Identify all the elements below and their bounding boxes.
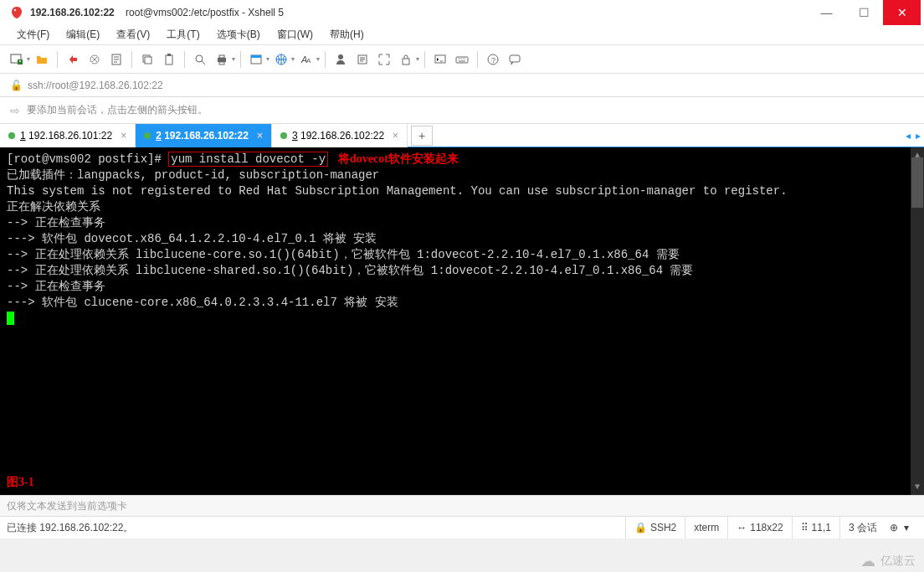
- terminal-line: ---> 软件包 clucene-core.x86_64.0.2.3.3.4-1…: [7, 295, 917, 311]
- address-url[interactable]: ssh://root@192.168.26.102:22: [28, 80, 163, 91]
- script-button[interactable]: [352, 49, 372, 70]
- separator: [240, 51, 241, 68]
- terminal-line: ---> 软件包 dovecot.x86_64.1.2.2.10-4.el7_0…: [7, 231, 917, 247]
- maximize-button[interactable]: ☐: [845, 0, 883, 25]
- hintbar: ⇨ 要添加当前会话，点击左侧的箭头按钮。: [0, 97, 924, 124]
- tab-prev-icon[interactable]: ◂: [906, 130, 911, 142]
- watermark: ☁ 亿速云: [860, 552, 916, 570]
- open-button[interactable]: [32, 49, 52, 70]
- status-sessions: 3 会话 ⊕ ▾: [839, 517, 917, 539]
- highlighted-command: yum install dovecot -y: [168, 152, 328, 167]
- dropdown-icon[interactable]: ▾: [416, 55, 419, 63]
- app-icon: [10, 6, 23, 19]
- window-title: 192.168.26.102:22 root@vms002:/etc/postf…: [30, 7, 808, 18]
- figure-label: 图3-1: [7, 474, 34, 490]
- svg-text:?: ?: [491, 56, 495, 64]
- tab-3[interactable]: 3 192.168.26.102:22 ×: [272, 124, 408, 147]
- arrow-icon[interactable]: ⇨: [10, 104, 20, 117]
- terminal-line: --> 正在处理依赖关系 libclucene-shared.so.1()(64…: [7, 263, 917, 279]
- cloud-icon: ☁: [860, 552, 875, 570]
- tabbar: 1 192.168.26.101:22 × 2 192.168.26.102:2…: [0, 124, 924, 147]
- scroll-thumb[interactable]: [911, 157, 923, 208]
- titlebar: 192.168.26.102:22 root@vms002:/etc/postf…: [0, 0, 924, 25]
- terminal-line: --> 正在检查事务: [7, 279, 917, 295]
- find-button[interactable]: [190, 49, 210, 70]
- menu-help[interactable]: 帮助(H): [323, 26, 371, 44]
- sessions-plus-icon[interactable]: ⊕: [890, 522, 898, 533]
- dropdown-icon[interactable]: ▾: [291, 55, 295, 63]
- print-button[interactable]: [212, 49, 232, 70]
- svg-text:A: A: [306, 57, 311, 64]
- properties-button[interactable]: [106, 49, 126, 70]
- send-placeholder: 仅将文本发送到当前选项卡: [7, 499, 127, 513]
- hint-text: 要添加当前会话，点击左侧的箭头按钮。: [27, 103, 208, 117]
- encoding-button[interactable]: [271, 49, 291, 70]
- toolbar: ▾ ▾ ▾ ▾ AA▾ ▾ ?: [0, 45, 924, 74]
- menu-file[interactable]: 文件(F): [10, 26, 56, 44]
- separator: [57, 51, 58, 68]
- terminal-scrollbar[interactable]: ▲ ▼: [911, 147, 924, 495]
- resize-icon: ↔: [737, 522, 747, 533]
- tab-label: 1 192.168.26.101:22: [20, 130, 112, 142]
- tab-2[interactable]: 2 192.168.26.102:22 ×: [136, 124, 272, 147]
- statusbar: 已连接 192.168.26.102:22。 🔒SSH2 xterm ↔118x…: [0, 517, 924, 539]
- separator: [325, 51, 326, 68]
- svg-rect-14: [251, 55, 261, 58]
- svg-point-0: [14, 9, 16, 11]
- dropdown-icon[interactable]: ▾: [316, 55, 320, 63]
- menubar: 文件(F) 编辑(E) 查看(V) 工具(T) 选项卡(B) 窗口(W) 帮助(…: [0, 25, 924, 45]
- status-protocol: 🔒SSH2: [625, 517, 685, 539]
- svg-rect-20: [403, 59, 409, 64]
- keyboard-button[interactable]: [452, 49, 472, 70]
- user-button[interactable]: [331, 49, 351, 70]
- dropdown-icon[interactable]: ▾: [232, 55, 235, 63]
- menu-tabs[interactable]: 选项卡(B): [210, 26, 267, 44]
- new-tab-button[interactable]: [7, 49, 27, 70]
- tab-add-button[interactable]: +: [411, 126, 433, 146]
- separator: [184, 51, 185, 68]
- separator: [477, 51, 478, 68]
- feedback-button[interactable]: [505, 49, 525, 70]
- disconnect-button[interactable]: [85, 49, 105, 70]
- status-connected: 已连接 192.168.26.102:22。: [7, 521, 625, 535]
- local-shell-button[interactable]: [430, 49, 450, 70]
- menu-tools[interactable]: 工具(T): [160, 26, 206, 44]
- tab-close-icon[interactable]: ×: [257, 130, 263, 142]
- tab-next-icon[interactable]: ▸: [916, 130, 921, 142]
- reconnect-button[interactable]: [63, 49, 83, 70]
- svg-rect-12: [219, 62, 224, 64]
- status-term: xterm: [685, 517, 727, 539]
- terminal-prompt-line: [root@vms002 postfix]# yum install dovec…: [7, 151, 917, 167]
- window-controls: — ☐ ✕: [808, 0, 921, 25]
- minimize-button[interactable]: —: [808, 0, 845, 25]
- tab-close-icon[interactable]: ×: [121, 130, 126, 142]
- terminal[interactable]: [root@vms002 postfix]# yum install dovec…: [0, 147, 924, 495]
- menu-view[interactable]: 查看(V): [110, 26, 157, 44]
- status-dot-icon: [144, 132, 151, 139]
- dropdown-icon[interactable]: ▾: [27, 55, 30, 63]
- scroll-down-icon[interactable]: ▼: [911, 479, 924, 495]
- color-scheme-button[interactable]: [246, 49, 266, 70]
- fullscreen-button[interactable]: [374, 49, 394, 70]
- svg-point-18: [338, 54, 343, 59]
- help-icon-button[interactable]: ?: [483, 49, 503, 70]
- status-dot-icon: [8, 132, 15, 139]
- terminal-line: --> 正在检查事务: [7, 215, 917, 231]
- menu-window[interactable]: 窗口(W): [270, 26, 320, 44]
- copy-button[interactable]: [137, 49, 157, 70]
- dropdown-icon[interactable]: ▾: [266, 55, 270, 63]
- separator: [424, 51, 425, 68]
- font-button[interactable]: AA: [296, 49, 316, 70]
- terminal-line: 正在解决依赖关系: [7, 199, 917, 215]
- close-button[interactable]: ✕: [883, 0, 921, 25]
- svg-rect-7: [166, 55, 172, 64]
- lock-button[interactable]: [396, 49, 416, 70]
- terminal-line: 已加载插件：langpacks, product-id, subscriptio…: [7, 167, 917, 183]
- svg-rect-11: [219, 55, 224, 58]
- tab-label: 2 192.168.26.102:22: [156, 130, 249, 142]
- tab-1[interactable]: 1 192.168.26.101:22 ×: [0, 124, 136, 147]
- menu-edit[interactable]: 编辑(E): [59, 26, 106, 44]
- paste-button[interactable]: [159, 49, 179, 70]
- tab-close-icon[interactable]: ×: [393, 130, 398, 142]
- send-line[interactable]: 仅将文本发送到当前选项卡: [0, 495, 924, 517]
